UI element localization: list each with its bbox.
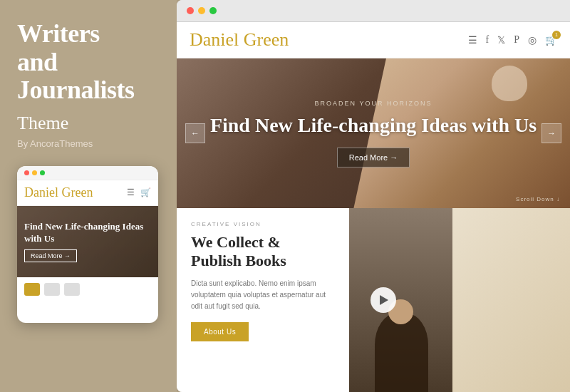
browser-panel: Daniel Green ☰ f 𝕏 P ◎ 🛒 1 ← BROADEN YOU… xyxy=(177,0,570,392)
browser-dot-yellow xyxy=(198,7,205,14)
hero-title: Find New Life-changing Ideas with Us xyxy=(210,113,537,138)
mobile-stat-1 xyxy=(24,283,40,296)
browser-dot-green xyxy=(209,7,217,14)
hero-cta-button[interactable]: Read More → xyxy=(337,148,410,167)
cart-badge: 1 xyxy=(552,31,561,39)
browser-chrome xyxy=(177,0,570,22)
collect-title: We Collect & Publish Books xyxy=(191,233,335,271)
mobile-stat-2 xyxy=(44,283,60,296)
hero-content: BROADEN YOUR HORIZONS Find New Life-chan… xyxy=(196,100,551,167)
mobile-cart-icon: 🛒 xyxy=(140,187,151,198)
left-panel: Writers and Journalists Theme By AncoraT… xyxy=(0,0,177,392)
play-button[interactable] xyxy=(370,287,396,313)
mobile-top-bar xyxy=(17,166,158,180)
creative-vision-label: CREATIVE VISION xyxy=(191,221,335,227)
mobile-dot-green xyxy=(40,170,45,175)
video-play-area xyxy=(370,287,396,313)
mobile-header: Daniel Green ☰ 🛒 xyxy=(17,180,158,206)
hero-coffee-cup xyxy=(492,66,527,101)
mobile-hero-text: Find New Life-changing Ideas with Us Rea… xyxy=(24,221,151,262)
mobile-hero-title: Find New Life-changing Ideas with Us xyxy=(24,221,151,245)
main-title: Writers and Journalists xyxy=(17,20,160,105)
site-logo: Daniel Green xyxy=(190,29,289,51)
twitter-icon[interactable]: 𝕏 xyxy=(497,34,505,46)
by-line: By AncoraThemes xyxy=(17,138,160,149)
mobile-logo: Daniel Green xyxy=(24,185,93,200)
play-triangle-icon xyxy=(380,295,388,305)
facebook-icon[interactable]: f xyxy=(486,34,489,46)
about-us-button[interactable]: About Us xyxy=(191,322,249,341)
mobile-header-icons: ☰ 🛒 xyxy=(127,187,151,198)
mobile-mockup: Daniel Green ☰ 🛒 Find New Life-changing … xyxy=(17,166,158,323)
man-photo-area xyxy=(349,208,452,392)
pinterest-icon[interactable]: P xyxy=(514,34,519,46)
site-nav: Daniel Green ☰ f 𝕏 P ◎ 🛒 1 xyxy=(177,22,570,58)
lower-left: CREATIVE VISION We Collect & Publish Boo… xyxy=(177,208,349,392)
mobile-menu-icon: ☰ xyxy=(127,187,135,198)
mobile-stat-3 xyxy=(64,283,80,296)
mobile-bottom-bar xyxy=(17,277,158,301)
cart-icon-wrap[interactable]: 🛒 1 xyxy=(545,34,557,46)
browser-dot-red xyxy=(187,7,194,14)
hero-eyebrow: BROADEN YOUR HORIZONS xyxy=(210,100,537,107)
collect-desc: Dicta sunt explicabo. Nemo enim ipsam vo… xyxy=(191,278,335,312)
hamburger-icon[interactable]: ☰ xyxy=(468,34,477,46)
lower-section: CREATIVE VISION We Collect & Publish Boo… xyxy=(177,208,570,392)
instagram-icon[interactable]: ◎ xyxy=(528,34,537,46)
hero-prev-button[interactable]: ← xyxy=(185,123,205,143)
mobile-read-more-button[interactable]: Read More → xyxy=(24,249,77,262)
theme-subtitle: Theme xyxy=(17,112,160,134)
hero-section: ← BROADEN YOUR HORIZONS Find New Life-ch… xyxy=(177,58,570,208)
mobile-dot-yellow xyxy=(32,170,37,175)
mobile-dot-red xyxy=(24,170,29,175)
site-nav-icons: ☰ f 𝕏 P ◎ 🛒 1 xyxy=(468,34,557,46)
man-body xyxy=(375,314,428,392)
lower-right xyxy=(349,208,570,392)
hero-next-button[interactable]: → xyxy=(542,123,561,143)
website-content: Daniel Green ☰ f 𝕏 P ◎ 🛒 1 ← BROADEN YOU… xyxy=(177,22,570,392)
scroll-down: Scroll Down ↓ xyxy=(516,196,560,202)
mobile-hero: Find New Life-changing Ideas with Us Rea… xyxy=(17,206,158,277)
